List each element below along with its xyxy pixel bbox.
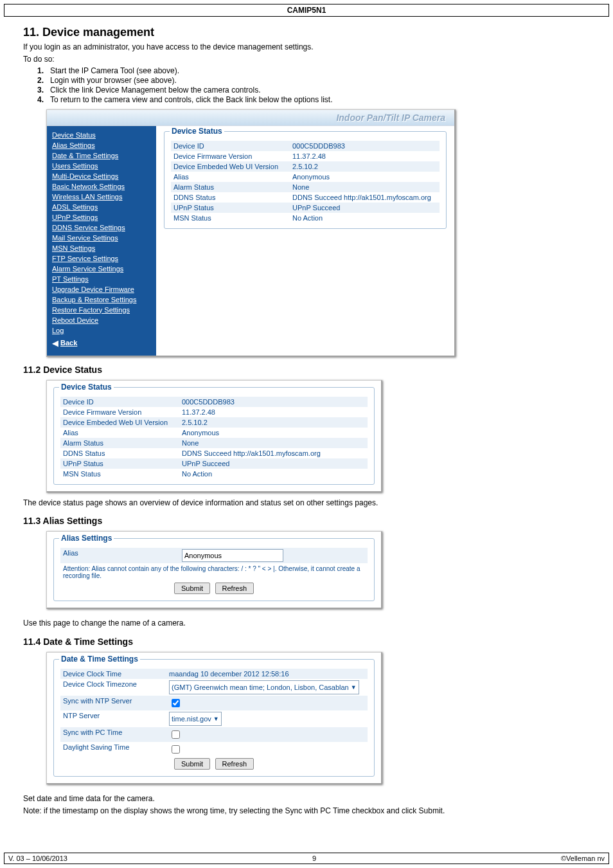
row-key: Alias <box>60 549 182 562</box>
row-key: UPnP Status <box>171 204 292 212</box>
daylight-saving-checkbox[interactable] <box>172 745 180 754</box>
sidebar-item-backup-restore-settings[interactable]: Backup & Restore Settings <box>47 294 156 305</box>
sidebar-item-upnp-settings[interactable]: UPnP Settings <box>47 212 156 222</box>
dt-row: Sync with PC Time <box>60 727 368 742</box>
sidebar-back-label: Back <box>60 339 77 347</box>
status-row: Device ID000C5DDDB983 <box>171 141 440 151</box>
status-row: Device Embeded Web UI Version2.5.10.2 <box>60 417 368 428</box>
row-value: 000C5DDDB983 <box>182 398 368 406</box>
sidebar-item-mail-service-settings[interactable]: Mail Service Settings <box>47 233 156 243</box>
row-key: UPnP Status <box>60 460 182 467</box>
chevron-down-icon: ▼ <box>213 716 219 722</box>
step-list: 1.Start the IP Camera Tool (see above). … <box>23 66 590 104</box>
sidebar-back[interactable]: ◀ Back <box>47 336 156 350</box>
chevron-down-icon: ▼ <box>351 684 357 691</box>
row-value: None <box>292 183 440 191</box>
submit-button[interactable]: Submit <box>174 583 210 594</box>
submit-button[interactable]: Submit <box>174 758 210 770</box>
sidebar-item-wireless-lan-settings[interactable]: Wireless LAN Settings <box>47 192 156 202</box>
sidebar-item-log[interactable]: Log <box>47 325 156 336</box>
sidebar-item-multi-device-settings[interactable]: Multi-Device Settings <box>47 171 156 181</box>
refresh-button[interactable]: Refresh <box>215 583 254 594</box>
screenshot-device-management: Indoor Pan/Tilt IP Camera Device Status … <box>46 109 456 357</box>
subsection-title-11-3: 11.3 Alias Settings <box>23 516 590 526</box>
footer-version: V. 03 – 10/06/2013 <box>8 854 67 862</box>
ntp-server-dropdown[interactable]: time.nist.gov▼ <box>169 712 222 726</box>
main-panel: Device Status Device ID000C5DDDB983 Devi… <box>156 126 454 356</box>
step-text: Click the link Device Management below t… <box>50 86 260 95</box>
dropdown-value: time.nist.gov <box>172 715 211 723</box>
caption-11-4-a: Set date and time data for the camera. <box>23 793 590 804</box>
sidebar-item-date-time-settings[interactable]: Date & Time Settings <box>47 150 156 161</box>
timezone-dropdown[interactable]: (GMT) Greenwich mean time; London, Lisbo… <box>169 680 359 694</box>
row-key: Alarm Status <box>171 183 292 191</box>
status-row: MSN StatusNo Action <box>171 213 440 223</box>
row-key: NTP Server <box>60 712 169 726</box>
row-key: DDNS Status <box>171 194 292 201</box>
status-row: UPnP StatusUPnP Succeed <box>60 458 368 469</box>
status-row: Device Embeded Web UI Version2.5.10.2 <box>171 161 440 172</box>
alias-warning: Attention: Alias cannot contain any of t… <box>60 563 368 581</box>
row-value: 11.37.2.48 <box>182 408 368 416</box>
intro-line-2: To do so: <box>23 54 590 65</box>
screenshot-date-time-settings: Date & Time Settings Device Clock Timema… <box>46 652 382 784</box>
fieldset-legend: Device Status <box>59 383 114 392</box>
row-value: maandag 10 december 2012 12:58:16 <box>169 670 368 678</box>
row-value: UPnP Succeed <box>292 204 440 212</box>
subsection-title-11-2: 11.2 Device Status <box>23 365 590 375</box>
caption-11-3: Use this page to change the name of a ca… <box>23 618 590 629</box>
alias-row: Alias <box>60 548 368 563</box>
fieldset-legend: Device Status <box>170 127 224 136</box>
sync-ntp-checkbox[interactable] <box>172 699 180 707</box>
intro-line-1: If you login as an administrator, you ha… <box>23 42 590 53</box>
row-key: DDNS Status <box>60 449 182 457</box>
status-row: Device ID000C5DDDB983 <box>60 397 368 407</box>
sidebar-item-pt-settings[interactable]: PT Settings <box>47 274 156 284</box>
sidebar-item-msn-settings[interactable]: MSN Settings <box>47 243 156 253</box>
dt-row: Device Clock Timemaandag 10 december 201… <box>60 669 368 679</box>
step-text: Login with your browser (see above). <box>50 76 177 85</box>
dropdown-value: (GMT) Greenwich mean time; London, Lisbo… <box>172 683 349 691</box>
subsection-title-11-4: 11.4 Date & Time Settings <box>23 637 590 647</box>
app-banner: Indoor Pan/Tilt IP Camera <box>47 110 454 126</box>
fieldset-legend: Date & Time Settings <box>59 655 140 664</box>
alias-settings-fieldset: Alias Settings Alias Attention: Alias ca… <box>53 538 375 601</box>
row-value: DDNS Succeed http://ak1501.myfoscam.org <box>292 194 440 201</box>
row-key: Sync with NTP Server <box>60 697 169 709</box>
status-row: AliasAnonymous <box>171 172 440 182</box>
row-key: Device Embeded Web UI Version <box>171 163 292 170</box>
sidebar-item-upgrade-device-firmware[interactable]: Upgrade Device Firmware <box>47 284 156 294</box>
refresh-button[interactable]: Refresh <box>215 758 254 770</box>
row-value: 11.37.2.48 <box>292 152 440 160</box>
sidebar-item-reboot-device[interactable]: Reboot Device <box>47 315 156 325</box>
step-item: 3.Click the link Device Management below… <box>37 86 590 95</box>
dt-row: Device Clock Timezone(GMT) Greenwich mea… <box>60 679 368 696</box>
sidebar-item-alias-settings[interactable]: Alias Settings <box>47 140 156 150</box>
sidebar-item-device-status[interactable]: Device Status <box>47 130 156 140</box>
sidebar-item-ftp-service-settings[interactable]: FTP Service Settings <box>47 253 156 264</box>
alias-input[interactable] <box>182 549 283 562</box>
sidebar-item-ddns-service-settings[interactable]: DDNS Service Settings <box>47 222 156 233</box>
sidebar-item-users-settings[interactable]: Users Settings <box>47 161 156 171</box>
sidebar-item-alarm-service-settings[interactable]: Alarm Service Settings <box>47 264 156 274</box>
row-value: Anonymous <box>182 429 368 437</box>
row-key: Device ID <box>60 398 182 406</box>
status-row: MSN StatusNo Action <box>60 469 368 479</box>
row-value: 000C5DDDB983 <box>292 142 440 150</box>
row-key: Daylight Saving Time <box>60 743 169 755</box>
back-arrow-icon: ◀ <box>52 338 58 348</box>
section-title: 11. Device management <box>23 26 590 39</box>
sidebar-item-restore-factory-settings[interactable]: Restore Factory Settings <box>47 305 156 315</box>
sidebar-item-adsl-settings[interactable]: ADSL Settings <box>47 202 156 212</box>
row-value: No Action <box>292 214 440 222</box>
sidebar-item-basic-network-settings[interactable]: Basic Network Settings <box>47 181 156 192</box>
sync-pc-checkbox[interactable] <box>172 730 180 739</box>
device-status-fieldset: Device Status Device ID000C5DDDB983 Devi… <box>164 131 447 229</box>
row-key: Device Firmware Version <box>171 152 292 160</box>
row-key: Device Clock Time <box>60 670 169 678</box>
row-key: Alias <box>60 429 182 437</box>
caption-11-2: The device status page shows an overview… <box>23 498 590 509</box>
status-row: UPnP StatusUPnP Succeed <box>171 203 440 213</box>
step-text: Start the IP Camera Tool (see above). <box>50 66 179 75</box>
row-value: Anonymous <box>292 173 440 181</box>
